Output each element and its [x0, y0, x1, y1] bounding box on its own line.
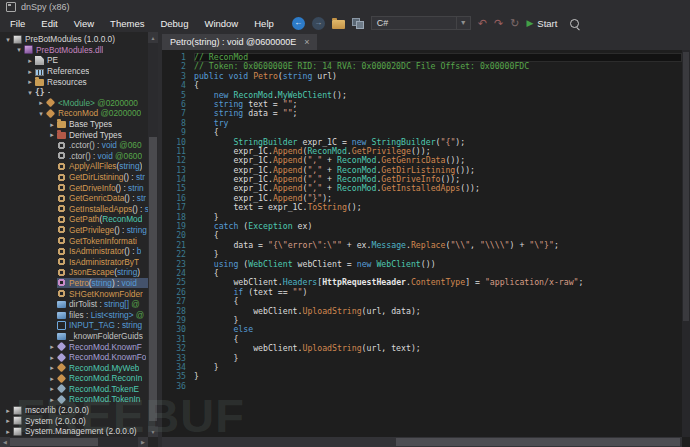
tree-item[interactable]: dirTolist : string[] @	[0, 299, 148, 310]
history-icon[interactable]: ↻	[510, 18, 519, 29]
tree-item[interactable]: GetPrivilege() : string	[0, 225, 148, 236]
navigate-back-icon[interactable]: ←	[292, 17, 305, 30]
tree-item[interactable]: GetDirListining() : str	[0, 172, 148, 183]
tree-item[interactable]: GetDriveInfo() : strin	[0, 182, 148, 193]
expander-open-icon[interactable]: ▾	[25, 89, 35, 96]
scroll-right-icon[interactable]: ▶	[138, 437, 148, 447]
tree-item[interactable]: _knownFolderGuids	[0, 331, 148, 342]
code-line[interactable]: 28 webClient.UploadString(url, data);	[162, 307, 682, 316]
expander-closed-icon[interactable]: ▸	[25, 68, 35, 75]
expander-open-icon[interactable]: ▾	[14, 46, 24, 53]
open-folder-icon[interactable]	[332, 20, 345, 29]
tree-item[interactable]: files : List<string> @	[0, 309, 148, 320]
navigate-forward-icon[interactable]: →	[312, 17, 325, 30]
tree-item[interactable]: ▾{}-	[0, 87, 148, 98]
line-number[interactable]: 4	[162, 81, 194, 90]
tree-item[interactable]: .ctor() : void @0600	[0, 151, 148, 162]
tree-vertical-scrollbar[interactable]: ▲ ▼	[148, 32, 158, 437]
tree-item[interactable]: SHGetKnownFolder	[0, 288, 148, 299]
expander-closed-icon[interactable]: ▸	[47, 343, 57, 350]
editor-vscroll-thumb[interactable]	[683, 52, 689, 321]
tree-item[interactable]: GetInstalledApps() : s	[0, 204, 148, 215]
menu-item-themes[interactable]: Themes	[102, 16, 152, 31]
undo-icon[interactable]: ↶	[478, 18, 487, 29]
tree-item[interactable]: GetGenricData() : str	[0, 193, 148, 204]
tree-horizontal-scrollbar[interactable]: ◀ ▶	[0, 437, 148, 447]
line-number[interactable]: 7	[162, 109, 194, 118]
expander-closed-icon[interactable]: ▸	[47, 131, 57, 138]
start-button[interactable]: ▶ Start	[526, 18, 557, 29]
editor-hscroll-thumb[interactable]	[396, 438, 680, 446]
scroll-up-icon[interactable]: ▲	[148, 32, 158, 43]
tree-item[interactable]: ApplyAllFiles(string)	[0, 161, 148, 172]
code-line[interactable]: 34 }	[162, 363, 682, 372]
code-line[interactable]: 26 if (text == "")	[162, 288, 682, 297]
tree-item[interactable]: GetTokenInformati	[0, 235, 148, 246]
tree-item[interactable]: ▸<Module> @0200000	[0, 98, 148, 109]
tree-item[interactable]: ▸ReconMod.KnownFo	[0, 352, 148, 363]
tree-hscroll-thumb[interactable]	[10, 438, 98, 446]
line-number[interactable]: 8	[162, 119, 194, 128]
menu-item-help[interactable]: Help	[246, 16, 282, 31]
code-line[interactable]: 17 text = expr_1C.ToString();	[162, 203, 682, 212]
tree-item[interactable]: ▾PreBotModules.dll	[0, 45, 148, 56]
editor-horizontal-scrollbar[interactable]	[162, 437, 682, 447]
tree-item[interactable]: ▾ReconMod @0200000	[0, 108, 148, 119]
expander-closed-icon[interactable]: ▸	[36, 99, 46, 106]
expander-open-icon[interactable]: ▾	[36, 110, 46, 117]
line-number[interactable]: 3	[162, 72, 194, 81]
tree-item[interactable]: IsAdministrator() : b	[0, 246, 148, 257]
tree-item[interactable]: ▸System.Management (2.0.0.0)	[0, 426, 148, 437]
expander-closed-icon[interactable]: ▸	[47, 364, 57, 371]
expander-closed-icon[interactable]: ▸	[3, 417, 13, 424]
chevron-down-icon[interactable]: ▼	[456, 17, 470, 29]
tree-item[interactable]: ▸Resources	[0, 76, 148, 87]
scroll-left-icon[interactable]: ◀	[0, 437, 10, 447]
tree-item[interactable]: ▸ReconMod.ReconIn	[0, 373, 148, 384]
windows-icon[interactable]	[352, 18, 364, 29]
code-line[interactable]: 23 using (WebClient webClient = new WebC…	[162, 260, 682, 269]
expander-closed-icon[interactable]: ▸	[25, 78, 35, 85]
tree-item[interactable]: ▸ReconMod.MyWeb	[0, 362, 148, 373]
expander-closed-icon[interactable]: ▸	[47, 396, 57, 403]
tree-item[interactable]: Petro(string) : void	[0, 278, 148, 289]
expander-closed-icon[interactable]: ▸	[3, 407, 13, 414]
tree-item[interactable]: INPUT_TAG : string	[0, 320, 148, 331]
menu-item-debug[interactable]: Debug	[152, 16, 196, 31]
line-number[interactable]: 6	[162, 100, 194, 109]
tree-item[interactable]: ▸ReconMod.TokenE	[0, 384, 148, 395]
editor-vertical-scrollbar[interactable]	[682, 50, 690, 437]
tree-item[interactable]: ▸ReconMod.KnownF	[0, 341, 148, 352]
line-number[interactable]: 2	[162, 62, 194, 71]
tree-item[interactable]: ▸System (2.0.0.0)	[0, 415, 148, 426]
tree-item[interactable]: ▸Derived Types	[0, 129, 148, 140]
code-line[interactable]: 33 }	[162, 354, 682, 363]
tree-item[interactable]: ▸ReconMod.TokenIn	[0, 394, 148, 405]
code-line[interactable]: 32 webClient.UploadString(url, text);	[162, 344, 682, 353]
tree-item[interactable]: ▸mscorlib (2.0.0.0)	[0, 405, 148, 416]
tree-item[interactable]: .cctor() : void @060	[0, 140, 148, 151]
close-icon[interactable]: ×	[304, 38, 309, 47]
code-line[interactable]: 19 catch (Exception ex)	[162, 222, 682, 231]
tree-item[interactable]: ▸Base Types	[0, 119, 148, 130]
line-number[interactable]: 5	[162, 91, 194, 100]
menu-item-view[interactable]: View	[66, 16, 102, 31]
menu-item-window[interactable]: Window	[196, 16, 246, 31]
tree-item[interactable]: JsonEscape(string)	[0, 267, 148, 278]
tab-petro[interactable]: Petro(string) : void @0600000E ×	[162, 34, 317, 50]
code-editor[interactable]: 1// ReconMod2// Token: 0x0600000E RID: 1…	[162, 50, 682, 437]
tree-item[interactable]: ▸PE	[0, 55, 148, 66]
redo-icon[interactable]: ↷	[494, 18, 503, 29]
expander-open-icon[interactable]: ▾	[3, 36, 13, 43]
tree-vscroll-thumb[interactable]	[149, 137, 157, 421]
expander-closed-icon[interactable]: ▸	[47, 121, 57, 128]
language-selector[interactable]: C# ▼	[371, 16, 471, 30]
code-line[interactable]: 35}	[162, 372, 682, 381]
menu-item-file[interactable]: File	[2, 16, 33, 31]
search-icon[interactable]	[570, 19, 579, 28]
expander-closed-icon[interactable]: ▸	[3, 428, 13, 435]
code-line[interactable]: 7 string data = "";	[162, 109, 682, 118]
expander-closed-icon[interactable]: ▸	[47, 375, 57, 382]
expander-closed-icon[interactable]: ▸	[25, 57, 35, 64]
code-line[interactable]: 8 try	[162, 119, 682, 128]
